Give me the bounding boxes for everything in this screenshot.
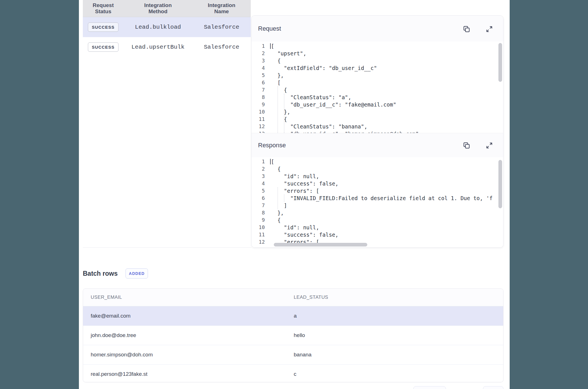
pagination-button-previous[interactable] xyxy=(413,386,446,389)
lead-status-cell: banana xyxy=(294,352,503,358)
line-number: 4 xyxy=(252,180,265,187)
status-badge: SUCCESS xyxy=(88,42,118,52)
line-number: 10 xyxy=(252,224,265,231)
integration-name-cell: Salesforce xyxy=(192,24,251,30)
line-number: 11 xyxy=(252,231,265,238)
header-lead-status: LEAD_STATUS xyxy=(294,295,503,300)
line-number: 3 xyxy=(252,173,265,180)
code-line: { xyxy=(265,165,281,173)
header-user-email: USER_EMAIL xyxy=(83,295,294,300)
batch-rows-table: USER_EMAIL LEAD_STATUS fake@email.com a … xyxy=(83,288,503,382)
header-integration-name: Integration Name xyxy=(192,0,251,17)
line-number: 5 xyxy=(252,72,265,79)
line-number: 1 xyxy=(252,158,265,165)
expand-icon xyxy=(486,25,493,33)
request-vertical-scrollbar-thumb[interactable] xyxy=(498,43,502,82)
table-row[interactable]: SUCCESS Lead.upsertBulk Salesforce xyxy=(83,37,251,57)
user-email-cell: homer.simpson@doh.com xyxy=(83,352,294,358)
code-line: [ xyxy=(265,42,274,50)
code-line: "success": false, xyxy=(265,180,338,187)
code-line: [ xyxy=(265,79,281,86)
added-badge: ADDED xyxy=(126,268,148,279)
code-line: [ xyxy=(265,158,274,165)
text-cursor xyxy=(270,43,271,49)
line-number: 11 xyxy=(252,116,265,123)
user-email-cell: john.doe@doe.tree xyxy=(83,332,294,338)
line-number: 8 xyxy=(252,209,265,216)
code-line: { xyxy=(265,57,281,64)
header-request-status: Request Status xyxy=(83,0,124,17)
screen: Request Status Integration Method Integr… xyxy=(0,0,588,389)
expand-button[interactable] xyxy=(484,140,494,151)
code-line: ] xyxy=(265,202,287,209)
table-row[interactable]: fake@email.com a xyxy=(83,306,503,325)
code-line: "id": null, xyxy=(265,173,319,180)
line-number: 1 xyxy=(252,42,265,50)
line-number: 6 xyxy=(252,194,265,202)
code-line xyxy=(265,246,271,248)
lead-status-cell: a xyxy=(294,313,503,319)
line-number: 8 xyxy=(252,94,265,101)
code-line: "errors": [ xyxy=(265,187,319,194)
line-number: 6 xyxy=(252,79,265,86)
table-row[interactable]: real.person@123fake.st c xyxy=(83,364,503,382)
user-email-cell: fake@email.com xyxy=(83,313,294,319)
line-number: 10 xyxy=(252,108,265,116)
batch-rows-heading: Batch rows xyxy=(83,270,118,277)
text-cursor xyxy=(270,159,271,164)
response-panel-title: Response xyxy=(258,142,286,149)
copy-button[interactable] xyxy=(461,140,472,151)
right-side-band xyxy=(510,0,588,389)
code-line: }, xyxy=(265,72,284,79)
response-code-editor[interactable]: 1[ 2 { 3 "id": null, 4 "success": false,… xyxy=(252,157,503,248)
copy-button[interactable] xyxy=(461,24,472,34)
request-code-editor[interactable]: 1[ 2 "upsert", 3 { 4 "extIdField": "db_u… xyxy=(252,42,503,133)
header-integration-method: Integration Method xyxy=(124,0,192,17)
response-vertical-scrollbar-thumb[interactable] xyxy=(498,160,502,208)
indent-guide xyxy=(277,187,278,209)
lead-status-cell: c xyxy=(294,371,503,377)
code-line: "db_user_id__c": "homer.simpson@doh.com" xyxy=(265,130,419,133)
integration-name-cell: Salesforce xyxy=(192,44,251,50)
line-number: 2 xyxy=(252,165,265,173)
indent-guide xyxy=(284,194,284,202)
table-row[interactable]: homer.simpson@doh.com banana xyxy=(83,345,503,364)
line-number: 7 xyxy=(252,202,265,209)
line-number: 3 xyxy=(252,57,265,64)
request-response-card: Request 1[ 2 "upsert", 3 { 4 "extIdField… xyxy=(251,15,503,248)
code-line: { xyxy=(265,216,281,224)
code-line: "upsert", xyxy=(265,50,306,57)
status-badge: SUCCESS xyxy=(88,22,118,32)
batch-table-header: USER_EMAIL LEAD_STATUS xyxy=(83,289,503,306)
line-number: 9 xyxy=(252,101,265,108)
line-number: 12 xyxy=(252,123,265,130)
line-number: 5 xyxy=(252,187,265,194)
pagination-button-next[interactable] xyxy=(483,386,503,389)
line-number: 4 xyxy=(252,64,265,72)
code-line: "CleanStatus": "banana", xyxy=(265,123,367,130)
response-horizontal-scrollbar-thumb[interactable] xyxy=(274,243,367,246)
request-panel-title: Request xyxy=(258,25,281,32)
copy-icon xyxy=(463,25,470,33)
method-cell: Lead.bulkload xyxy=(124,24,192,30)
method-cell: Lead.upsertBulk xyxy=(124,44,192,50)
code-line: "extIdField": "db_user_id__c" xyxy=(265,64,377,72)
lead-status-cell: hello xyxy=(294,332,503,338)
expand-icon xyxy=(486,142,493,149)
expand-button[interactable] xyxy=(484,24,494,34)
code-line: "success": false, xyxy=(265,231,338,238)
code-line: "id": null, xyxy=(265,224,319,231)
line-number: 12 xyxy=(252,238,265,246)
line-number: 13 xyxy=(252,130,265,133)
copy-icon xyxy=(463,142,470,149)
left-side-band xyxy=(0,0,79,389)
table-row[interactable]: SUCCESS Lead.bulkload Salesforce xyxy=(83,17,251,37)
line-number: 13 xyxy=(252,246,265,248)
code-line: { xyxy=(265,86,287,94)
batch-rows-header: Batch rows ADDED xyxy=(83,268,148,279)
table-row[interactable]: john.doe@doe.tree hello xyxy=(83,325,503,345)
indent-guide xyxy=(277,86,278,133)
code-line: "db_user_id__c": "fake@email.com" xyxy=(265,101,396,108)
line-number: 2 xyxy=(252,50,265,57)
requests-table-header: Request Status Integration Method Integr… xyxy=(83,0,251,17)
